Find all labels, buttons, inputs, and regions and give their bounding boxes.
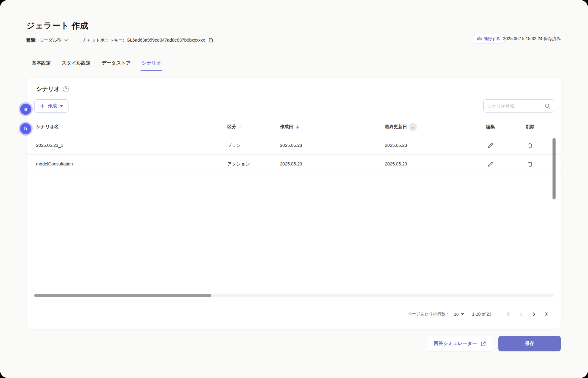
simulator-button-label: 回答シミュレーター xyxy=(434,340,477,347)
horizontal-scrollbar-thumb[interactable] xyxy=(34,294,211,297)
caret-down-icon xyxy=(461,313,464,315)
answer-simulator-button[interactable]: 回答シミュレーター xyxy=(427,336,493,351)
type-label: 種類: xyxy=(26,37,37,43)
pagination-bar: ページあたりの行数： 10 1-10 of 23 xyxy=(408,306,553,322)
save-button[interactable]: 保存 xyxy=(498,336,561,351)
cell-created-date: 2025.05.23 xyxy=(280,143,385,148)
publish-button-label: 進行する xyxy=(484,36,500,42)
cell-updated-date: 2025.05.23 xyxy=(385,161,471,166)
tab-bar: 基本設定 スタイル設定 データストア シナリオ xyxy=(26,57,167,71)
column-header-category: 区分 ⋮ xyxy=(227,124,280,130)
page-title: ジェラート 作成 xyxy=(26,20,88,31)
cell-category: アクション xyxy=(227,161,280,167)
first-page-button[interactable] xyxy=(502,308,515,321)
chatbot-key-value: GL6ad63a959ee347ad8e837b9bxxxxxx xyxy=(127,38,205,43)
create-button-label: 作成 xyxy=(48,103,57,109)
copy-icon[interactable] xyxy=(208,37,214,43)
tab-style-settings[interactable]: スタイル設定 xyxy=(56,57,96,71)
search-icon[interactable] xyxy=(545,103,551,109)
tab-datastore[interactable]: データストア xyxy=(96,57,136,71)
tab-basic-settings[interactable]: 基本設定 xyxy=(26,57,56,71)
edit-pencil-icon[interactable] xyxy=(485,140,496,150)
table-row: 2025.05.23_1 プラン 2025.05.23 2025.05.23 xyxy=(27,136,561,155)
rows-per-page-label: ページあたりの行数： xyxy=(408,311,450,317)
column-header-name: シナリオ名 xyxy=(36,124,227,130)
rows-per-page-select[interactable]: 10 xyxy=(454,312,464,317)
vertical-scrollbar[interactable] xyxy=(553,138,556,199)
external-link-icon xyxy=(481,341,486,346)
chatbot-key-label: チャットボットキー: xyxy=(82,37,124,43)
panel-title-row: シナリオ ? xyxy=(36,85,69,93)
help-icon[interactable]: ? xyxy=(63,86,69,92)
kebab-filter-icon[interactable]: ⋮ xyxy=(238,125,242,129)
type-value[interactable]: モーダル型 xyxy=(39,37,62,43)
annotation-marker-a: a xyxy=(20,104,31,115)
sort-desc-icon[interactable] xyxy=(295,124,300,129)
delete-trash-icon[interactable] xyxy=(525,140,535,150)
scenario-search xyxy=(483,99,554,113)
scenario-search-input[interactable] xyxy=(487,104,545,109)
last-page-button[interactable] xyxy=(540,308,553,321)
pagination-range-text: 1-10 of 23 xyxy=(472,312,491,317)
broadcast-icon xyxy=(477,36,482,41)
plus-icon xyxy=(40,104,45,108)
horizontal-scrollbar-track[interactable] xyxy=(34,294,554,297)
cell-scenario-name: modelConsultation xyxy=(36,161,227,166)
previous-page-button[interactable] xyxy=(515,308,527,321)
cell-category: プラン xyxy=(227,143,280,148)
edit-pencil-icon[interactable] xyxy=(485,159,496,169)
table-body: 2025.05.23_1 プラン 2025.05.23 2025.05.23 m… xyxy=(27,136,561,173)
table-header-row: シナリオ名 区分 ⋮ 作成日 最終更新日 編集 xyxy=(27,118,561,136)
column-header-delete: 削除 xyxy=(510,124,550,130)
footer-actions: 回答シミュレーター 保存 xyxy=(427,336,561,351)
column-header-edit: 編集 xyxy=(471,124,510,130)
panel-title: シナリオ xyxy=(36,85,60,93)
table-row: modelConsultation アクション 2025.05.23 2025.… xyxy=(27,155,561,173)
next-page-button[interactable] xyxy=(527,308,540,321)
column-header-created: 作成日 xyxy=(280,124,385,130)
save-status-text: 2025.06.15 15:32:24 保存済み xyxy=(503,36,561,42)
cell-scenario-name: 2025.05.23_1 xyxy=(36,143,227,148)
chevron-down-icon[interactable] xyxy=(64,38,68,42)
caret-down-icon xyxy=(60,105,63,107)
divider xyxy=(75,37,75,43)
delete-trash-icon[interactable] xyxy=(525,159,535,169)
save-button-label: 保存 xyxy=(525,340,534,347)
scenario-panel: シナリオ ? 作成 シナリオ名 区分 ⋮ 作成 xyxy=(27,78,561,329)
app-window: ジェラート 作成 種類: モーダル型 チャットボットキー: GL6ad63a95… xyxy=(0,0,588,378)
column-header-updated: 最終更新日 xyxy=(385,123,471,131)
tab-scenario[interactable]: シナリオ xyxy=(136,57,166,71)
create-scenario-button[interactable]: 作成 xyxy=(34,99,69,113)
rows-per-page-value: 10 xyxy=(454,312,459,317)
sort-desc-active-icon[interactable] xyxy=(409,123,417,131)
publish-button[interactable]: 進行する xyxy=(473,34,504,43)
divider xyxy=(27,301,561,301)
cell-updated-date: 2025.05.23 xyxy=(385,143,471,148)
cell-created-date: 2025.05.23 xyxy=(280,161,385,166)
annotation-marker-b: b xyxy=(20,123,31,134)
meta-row: 種類: モーダル型 チャットボットキー: GL6ad63a959ee347ad8… xyxy=(26,36,214,44)
